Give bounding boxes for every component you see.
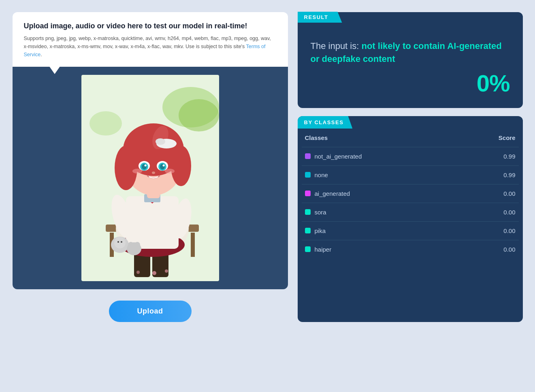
classes-card: BY CLASSES Classes Score not_ai_generate… [298,116,523,322]
svg-rect-6 [191,233,195,257]
svg-rect-11 [126,196,179,249]
svg-point-44 [152,271,156,275]
classes-table-wrapper[interactable]: Classes Score not_ai_generated 0.99 non [298,129,523,259]
result-text: The input is: not likely to contain AI-g… [311,40,510,66]
svg-point-20 [171,146,191,186]
classes-table: Classes Score not_ai_generated 0.99 non [302,129,519,259]
left-panel: Upload image, audio or video here to tes… [13,12,288,322]
svg-point-42 [128,242,134,248]
svg-point-33 [165,169,175,174]
result-prefix: The input is: [311,41,362,51]
result-percent: 0% [311,70,510,97]
image-preview-box [13,67,288,289]
class-name-0: not_ai_generated [315,153,362,160]
result-badge: RESULT [298,12,342,23]
class-name-2: ai_generated [315,190,350,197]
class-dot-4 [305,228,311,233]
svg-point-19 [115,146,137,190]
svg-point-3 [90,111,122,136]
table-row: none 0.99 [302,165,519,184]
class-score-1: 0.99 [460,165,518,184]
classes-badge: BY CLASSES [298,116,353,129]
class-score-5: 0.00 [460,240,518,259]
main-layout: Upload image, audio or video here to tes… [13,12,523,322]
class-dot-2 [305,191,311,196]
class-name-1: none [315,172,328,178]
upload-button[interactable]: Upload [109,301,192,322]
right-panel: RESULT The input is: not likely to conta… [298,12,523,322]
class-name-cell-3: sora [302,203,460,221]
svg-point-39 [117,241,119,243]
class-score-2: 0.00 [460,184,518,203]
svg-point-38 [114,237,126,248]
col-header-score: Score [460,129,518,147]
class-name-cell-4: pika [302,221,460,240]
svg-point-31 [162,165,164,167]
class-name-cell-2: ai_generated [302,184,460,203]
svg-point-34 [152,172,155,174]
class-dot-5 [305,246,311,252]
upload-btn-row: Upload [13,301,288,322]
class-dot-3 [305,209,311,215]
col-header-classes: Classes [302,129,460,147]
svg-point-45 [165,269,168,273]
upload-title: Upload image, audio or video here to tes… [24,22,277,30]
class-name-3: sora [315,209,326,216]
table-row: sora 0.00 [302,203,519,221]
table-row: not_ai_generated 0.99 [302,147,519,165]
table-row: pika 0.00 [302,221,519,240]
class-name-cell-5: haiper [302,240,460,259]
class-dot-1 [305,172,311,178]
svg-point-46 [136,271,140,274]
table-row: ai_generated 0.00 [302,184,519,203]
class-name-cell-1: none [302,165,460,184]
result-card: RESULT The input is: not likely to conta… [298,12,523,108]
svg-point-30 [144,165,146,167]
bubble-tail [49,66,60,74]
table-row: haiper 0.00 [302,240,519,259]
class-score-3: 0.00 [460,203,518,221]
class-name-cell-0: not_ai_generated [302,147,460,165]
svg-point-23 [156,138,165,145]
svg-point-43 [134,242,140,248]
class-name-4: pika [315,227,326,234]
class-dot-0 [305,153,311,159]
upload-info-box: Upload image, audio or video here to tes… [13,12,288,67]
class-score-4: 0.00 [460,221,518,240]
class-name-5: haiper [315,246,332,253]
svg-point-40 [121,241,122,243]
svg-point-32 [132,169,142,174]
class-score-0: 0.99 [460,147,518,165]
svg-point-2 [179,99,219,131]
anime-character-image [81,75,219,281]
upload-description: Supports png, jpeg, jpg, webp, x-matrosk… [24,34,277,59]
